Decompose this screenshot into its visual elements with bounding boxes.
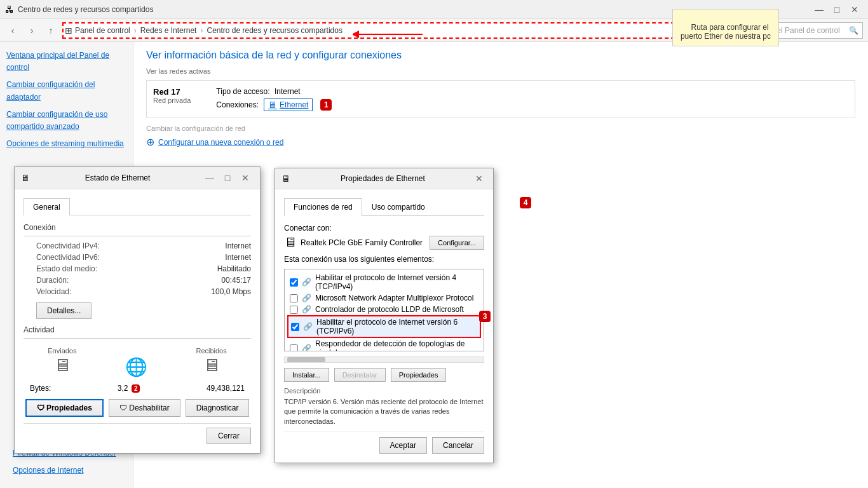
checkbox-2[interactable] bbox=[290, 306, 298, 314]
checkbox-item-1: 🔗 Microsoft Network Adapter Multiplexor … bbox=[287, 292, 481, 304]
sidebar-link-streaming[interactable]: Opciones de streaming multimedia bbox=[6, 138, 126, 150]
tab-uso-compartido[interactable]: Uso compartido bbox=[362, 198, 435, 215]
propiedades-label: Propiedades bbox=[46, 403, 92, 412]
checkbox-item-2: 🔗 Controlador de protocolo LLDP de Micro… bbox=[287, 304, 481, 315]
duration-value: 00:45:17 bbox=[221, 276, 251, 285]
propiedades-button[interactable]: 🛡 Propiedades bbox=[25, 399, 104, 417]
back-button[interactable]: ‹ bbox=[5, 23, 20, 38]
step-badge-2: 2 bbox=[132, 384, 140, 393]
details-button[interactable]: Detalles... bbox=[36, 302, 92, 319]
eth-props-title: Propiedades de Ethernet bbox=[341, 174, 425, 183]
section-divider-2 bbox=[24, 338, 251, 339]
speed-label: Velocidad: bbox=[24, 287, 71, 296]
install-button[interactable]: Instalar... bbox=[284, 368, 329, 382]
checkbox-label-0: Habilitar el protocolo de Internet versi… bbox=[315, 273, 478, 291]
checkbox-label-1: Microsoft Network Adapter Multiplexor Pr… bbox=[315, 294, 473, 302]
bytes-row: Bytes: 3,2 2 49,438,121 bbox=[24, 384, 251, 393]
scrollbar[interactable] bbox=[284, 356, 484, 363]
eth-props-accept[interactable]: Aceptar bbox=[379, 437, 427, 454]
tab-funciones-red[interactable]: Funciones de red bbox=[284, 198, 362, 216]
active-networks-label: Ver las redes activas bbox=[146, 67, 855, 75]
uninstall-button[interactable]: Desinstalar bbox=[334, 368, 386, 382]
divider-4 bbox=[284, 431, 484, 432]
sent-bytes: 3,2 2 bbox=[118, 384, 140, 393]
ethernet-status-minimize[interactable]: — bbox=[201, 171, 218, 185]
ipv4-label: Conectividad IPv4: bbox=[24, 241, 100, 250]
ethernet-status-tab-bar: General bbox=[24, 198, 251, 215]
deshabilitar-label: Deshabilitar bbox=[129, 403, 169, 412]
section-divider-1 bbox=[24, 236, 251, 236]
info-row-speed: Velocidad: 100,0 Mbps bbox=[24, 286, 251, 297]
activity-header: Actividad bbox=[24, 325, 251, 334]
change-settings-label: Cambiar la configuración de red bbox=[146, 125, 855, 132]
ethernet-link[interactable]: 🖥 Ethernet bbox=[264, 98, 313, 111]
item-icon-3: 🔗 bbox=[303, 322, 313, 331]
deshabilitar-icon: 🛡 bbox=[119, 403, 127, 412]
cerrar-button[interactable]: Cerrar bbox=[207, 428, 251, 444]
annotation-arrow bbox=[353, 28, 429, 43]
eth-props-close[interactable]: ✕ bbox=[471, 172, 487, 185]
sent-label: Enviados bbox=[48, 347, 76, 355]
forward-button[interactable]: › bbox=[24, 23, 39, 38]
eth-props-cancel[interactable]: Cancelar bbox=[432, 437, 484, 454]
ethernet-text: Ethernet bbox=[280, 100, 308, 109]
network-info: Red 17 Red privada bbox=[153, 87, 191, 104]
ethernet-status-title: Estado de Ethernet bbox=[85, 173, 151, 182]
checkbox-3[interactable] bbox=[291, 323, 299, 331]
item-icon-2: 🔗 bbox=[302, 305, 311, 314]
up-button[interactable]: ↑ bbox=[43, 23, 58, 38]
ethernet-status-btn-row: 🛡 Propiedades 🛡 Deshabilitar Diagnostica… bbox=[24, 393, 251, 419]
properties-button[interactable]: Propiedades bbox=[391, 368, 447, 382]
received-bytes-value: 49,438,121 bbox=[207, 384, 245, 393]
tab-general[interactable]: General bbox=[24, 198, 70, 215]
sent-col: Enviados 🖥 bbox=[48, 347, 76, 376]
eth-props-icon: 🖥 bbox=[281, 173, 290, 184]
sent-bytes-value: 3,2 bbox=[118, 384, 128, 393]
diagnosticar-button[interactable]: Diagnosticar bbox=[186, 399, 250, 417]
eth-props-tab-bar: Funciones de red Uso compartido bbox=[284, 198, 484, 216]
bytes-label: Bytes: bbox=[30, 384, 51, 393]
minimize-button[interactable]: — bbox=[811, 3, 827, 17]
connect-with-row: Conectar con: 🖥 Realtek PCIe GbE Family … bbox=[284, 224, 484, 250]
configure-button[interactable]: Configurar... bbox=[430, 236, 484, 250]
close-btn-row: Cerrar bbox=[24, 428, 251, 444]
media-label: Estado del medio: bbox=[24, 264, 97, 273]
connect-label: Conectar con: bbox=[284, 224, 484, 233]
adapter-name: Realtek PCIe GbE Family Controller bbox=[301, 238, 423, 247]
ethernet-status-close[interactable]: ✕ bbox=[237, 171, 254, 185]
sidebar-link-sharing[interactable]: Cambiar configuración de uso compartido … bbox=[6, 109, 126, 133]
new-conn-icon: ⊕ bbox=[146, 136, 154, 148]
ethernet-icon: 🖥 bbox=[268, 100, 277, 110]
activity-icon: 🌐 bbox=[125, 356, 147, 377]
install-btn-row: Instalar... Desinstalar Propiedades bbox=[284, 368, 484, 382]
ethernet-status-maximize[interactable]: □ bbox=[219, 171, 236, 185]
description-text: TCP/IP versión 6. Versión más reciente d… bbox=[284, 397, 484, 426]
ethernet-status-controls: — □ ✕ bbox=[201, 171, 254, 185]
info-row-media: Estado del medio: Habilitado bbox=[24, 263, 251, 274]
checkbox-4[interactable] bbox=[290, 344, 298, 352]
network-monitor-icon-2: 🖥 bbox=[196, 355, 226, 376]
checkbox-0[interactable] bbox=[290, 278, 298, 287]
step-badge-4: 4 bbox=[520, 197, 531, 208]
step-badge-3: 3 bbox=[479, 311, 491, 322]
details-btn-row: Detalles... bbox=[24, 302, 251, 319]
activity-cols: Enviados 🖥 🌐 Recibidos 🖥 bbox=[24, 345, 251, 377]
info-row-ipv4: Conectividad IPv4: Internet bbox=[24, 240, 251, 252]
network-card: Red 17 Red privada Tipo de acceso: Inter… bbox=[146, 80, 855, 118]
maximize-button[interactable]: □ bbox=[829, 3, 845, 17]
checkbox-1[interactable] bbox=[290, 294, 298, 302]
new-connection-link[interactable]: ⊕ Configurar una nueva conexión o red bbox=[146, 136, 855, 148]
breadcrumb-part2: Redes e Internet bbox=[140, 26, 197, 35]
checkbox-item-3-highlighted: 🔗 Habilitar el protocolo de Internet ver… bbox=[287, 315, 481, 338]
scrollbar-thumb bbox=[287, 357, 325, 362]
sidebar-link-adapter[interactable]: Cambiar configuración del adaptador bbox=[6, 79, 126, 103]
search-icon: 🔍 bbox=[849, 26, 858, 35]
breadcrumb: ⊞ Panel de control › Redes e Internet › … bbox=[65, 25, 342, 36]
sidebar-link-home[interactable]: Ventana principal del Panel de control bbox=[6, 50, 126, 74]
deshabilitar-button[interactable]: 🛡 Deshabilitar bbox=[109, 399, 180, 417]
ethernet-status-body: General Conexión Conectividad IPv4: Inte… bbox=[15, 189, 260, 453]
close-button[interactable]: ✕ bbox=[846, 3, 863, 17]
network-type: Red privada bbox=[153, 97, 191, 104]
adapter-row: 🖥 Realtek PCIe GbE Family Controller Con… bbox=[284, 235, 484, 250]
checkbox-list-container: 🔗 Habilitar el protocolo de Internet ver… bbox=[284, 269, 484, 351]
